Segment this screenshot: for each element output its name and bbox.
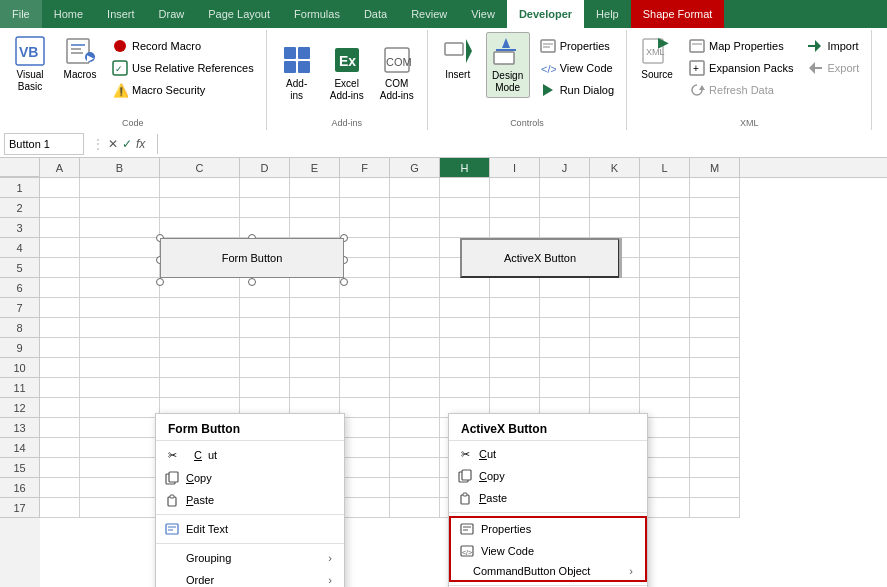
record-macro-button[interactable]: Record Macro [108, 36, 258, 56]
confirm-icon[interactable]: ✓ [122, 137, 132, 151]
run-dialog-label: Run Dialog [560, 84, 614, 96]
tab-page-layout[interactable]: Page Layout [196, 0, 282, 28]
formula-input[interactable] [166, 138, 883, 150]
col-header-e[interactable]: E [290, 158, 340, 177]
handle-bl[interactable] [156, 278, 164, 286]
col-header-f[interactable]: F [340, 158, 390, 177]
properties-button[interactable]: Properties [536, 36, 618, 56]
import-button[interactable]: Import [803, 36, 863, 56]
col-header-m[interactable]: M [690, 158, 740, 177]
macro-security-button[interactable]: ⚠️ Macro Security [108, 80, 258, 100]
ribbon-group-addins: Add-ins Ex ExcelAdd-ins COM COMAdd-ins [267, 30, 428, 130]
row-header-11[interactable]: 11 [0, 378, 40, 398]
expansion-packs-button[interactable]: + Expansion Packs [685, 58, 797, 78]
form-copy[interactable]: Copy [156, 467, 344, 489]
row-header-16[interactable]: 16 [0, 478, 40, 498]
handle-bm[interactable] [248, 278, 256, 286]
tab-review[interactable]: Review [399, 0, 459, 28]
svg-text:</>: </> [541, 63, 556, 75]
cancel-icon[interactable]: ✕ [108, 137, 118, 151]
tab-view[interactable]: View [459, 0, 507, 28]
svg-text:VB: VB [19, 44, 38, 60]
row-header-5[interactable]: 5 [0, 258, 40, 278]
source-icon: XML▶ [641, 35, 673, 67]
activex-button[interactable]: ActiveX Button [460, 238, 620, 278]
row-header-7[interactable]: 7 [0, 298, 40, 318]
source-button[interactable]: XML▶ Source [635, 32, 679, 84]
form-button[interactable]: Form Button [160, 238, 344, 278]
controls-group-label: Controls [428, 118, 626, 128]
tab-home[interactable]: Home [42, 0, 95, 28]
col-header-i[interactable]: I [490, 158, 540, 177]
activex-paste[interactable]: Paste [449, 487, 647, 509]
row-header-13[interactable]: 13 [0, 418, 40, 438]
row-header-15[interactable]: 15 [0, 458, 40, 478]
add-ins-button[interactable]: Add-ins [275, 41, 319, 105]
tab-help[interactable]: Help [584, 0, 631, 28]
row-header-4[interactable]: 4 [0, 238, 40, 258]
row-header-17[interactable]: 17 [0, 498, 40, 518]
excel-add-ins-button[interactable]: Ex ExcelAdd-ins [325, 41, 369, 105]
form-grouping[interactable]: Grouping › [156, 547, 344, 569]
col-header-g[interactable]: G [390, 158, 440, 177]
row-header-2[interactable]: 2 [0, 198, 40, 218]
svg-rect-20 [445, 43, 463, 55]
row-header-1[interactable]: 1 [0, 178, 40, 198]
activex-view-code[interactable]: </> View Code [451, 540, 645, 562]
formula-icon[interactable]: fx [136, 137, 145, 151]
expansion-packs-label: Expansion Packs [709, 62, 793, 74]
form-paste[interactable]: Paste [156, 489, 344, 511]
activex-copy[interactable]: Copy [449, 465, 647, 487]
row-header-9[interactable]: 9 [0, 338, 40, 358]
col-header-h[interactable]: H [440, 158, 490, 177]
row-header-10[interactable]: 10 [0, 358, 40, 378]
form-edit-text[interactable]: Edit Text [156, 518, 344, 540]
row-header-6[interactable]: 6 [0, 278, 40, 298]
activex-cut[interactable]: ✂ Cut [449, 443, 647, 465]
handle-br[interactable] [340, 278, 348, 286]
refresh-data-button[interactable]: Refresh Data [685, 80, 797, 100]
col-header-c[interactable]: C [160, 158, 240, 177]
col-header-k[interactable]: K [590, 158, 640, 177]
macros-button[interactable]: ▶ Macros [58, 32, 102, 84]
col-header-d[interactable]: D [240, 158, 290, 177]
design-mode-button[interactable]: DesignMode [486, 32, 530, 98]
form-sep2 [156, 543, 344, 544]
activex-cut-label: Cut [479, 448, 496, 460]
map-properties-button[interactable]: Map Properties [685, 36, 797, 56]
insert-button[interactable]: Insert [436, 32, 480, 84]
col-header-j[interactable]: J [540, 158, 590, 177]
view-code-button[interactable]: </> View Code [536, 58, 618, 78]
visual-basic-button[interactable]: VB VisualBasic [8, 32, 52, 96]
grid-row [40, 198, 887, 218]
activex-properties[interactable]: Properties [451, 518, 645, 540]
form-order[interactable]: Order › [156, 569, 344, 587]
tab-formulas[interactable]: Formulas [282, 0, 352, 28]
tab-draw[interactable]: Draw [147, 0, 197, 28]
tab-shape-format[interactable]: Shape Format [631, 0, 725, 28]
svg-rect-46 [166, 524, 178, 534]
form-cut[interactable]: ✂ Cut [156, 443, 344, 467]
select-all-button[interactable] [0, 158, 40, 177]
run-dialog-button[interactable]: Run Dialog [536, 80, 618, 100]
tab-developer[interactable]: Developer [507, 0, 584, 28]
map-properties-icon [689, 38, 705, 54]
tab-file[interactable]: File [0, 0, 42, 28]
red-border-section: Properties </> View Code CommandButton O… [449, 516, 647, 582]
use-relative-button[interactable]: ✓ Use Relative References [108, 58, 258, 78]
tab-insert[interactable]: Insert [95, 0, 147, 28]
row-header-3[interactable]: 3 [0, 218, 40, 238]
com-add-ins-button[interactable]: COM COMAdd-ins [375, 41, 419, 105]
tab-data[interactable]: Data [352, 0, 399, 28]
activex-border [619, 238, 622, 278]
name-box[interactable]: Button 1 [4, 133, 84, 155]
col-header-l[interactable]: L [640, 158, 690, 177]
row-header-12[interactable]: 12 [0, 398, 40, 418]
row-header-14[interactable]: 14 [0, 438, 40, 458]
export-button[interactable]: Export [803, 58, 863, 78]
row-header-8[interactable]: 8 [0, 318, 40, 338]
col-header-a[interactable]: A [40, 158, 80, 177]
col-header-b[interactable]: B [80, 158, 160, 177]
svg-rect-14 [284, 61, 296, 73]
activex-commandbutton-object[interactable]: CommandButton Object › [451, 562, 645, 580]
